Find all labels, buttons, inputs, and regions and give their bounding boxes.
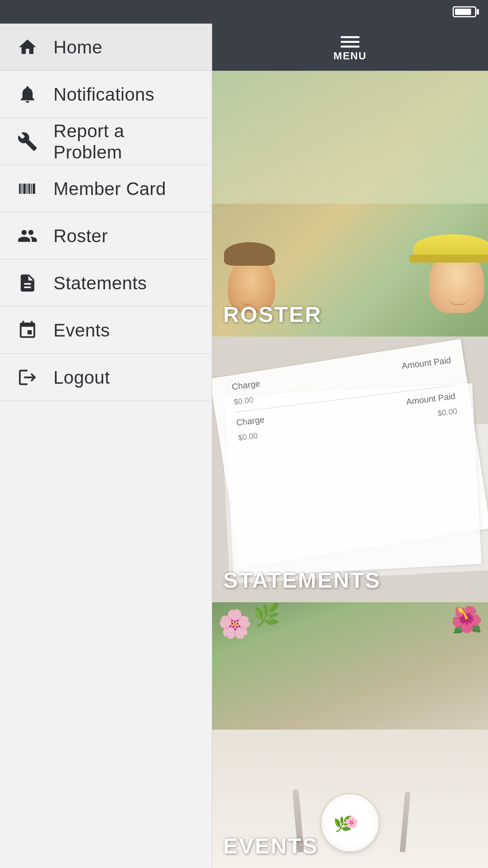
cards-container: ROSTER ChargeAmount Paid $0.00 ChargeAmo… bbox=[212, 71, 488, 868]
sidebar-item-member-card[interactable]: Member Card bbox=[0, 165, 212, 212]
hamburger-line-2 bbox=[341, 41, 360, 43]
roster-card-bg bbox=[212, 71, 488, 337]
roster-card[interactable]: ROSTER bbox=[212, 71, 488, 337]
statements-card-bg: ChargeAmount Paid $0.00 ChargeAmount Pai… bbox=[212, 337, 488, 602]
menu-button[interactable]: MENU bbox=[212, 24, 488, 71]
hamburger-icon bbox=[341, 36, 360, 48]
sidebar-item-roster-label: Roster bbox=[53, 225, 108, 246]
sidebar-item-notifications-label: Notifications bbox=[53, 84, 154, 105]
sidebar-item-logout-label: Logout bbox=[53, 367, 110, 388]
sidebar-item-home[interactable]: Home bbox=[0, 24, 212, 71]
sidebar-item-logout[interactable]: Logout bbox=[0, 354, 212, 401]
right-panel: MENU bbox=[212, 24, 488, 868]
statements-card[interactable]: ChargeAmount Paid $0.00 ChargeAmount Pai… bbox=[212, 337, 488, 602]
battery-icon bbox=[453, 6, 476, 17]
roster-card-label: ROSTER bbox=[223, 302, 322, 327]
hamburger-line-3 bbox=[341, 46, 360, 48]
home-icon bbox=[16, 35, 39, 59]
logout-icon bbox=[16, 366, 39, 389]
events-card-label: EVENTS bbox=[223, 833, 318, 859]
status-bar bbox=[0, 0, 488, 24]
events-card-bg: 🌸 🌿 🌺 🌿 🌸 bbox=[212, 602, 488, 868]
statements-card-label: STATEMENTS bbox=[223, 567, 381, 593]
person-icon bbox=[16, 224, 39, 248]
sidebar-item-notifications[interactable]: Notifications bbox=[0, 71, 212, 118]
sidebar-item-events-label: Events bbox=[53, 320, 110, 341]
sidebar-item-member-card-label: Member Card bbox=[53, 178, 166, 199]
bell-icon bbox=[16, 83, 39, 106]
sidebar-item-roster[interactable]: Roster bbox=[0, 212, 212, 259]
sidebar-item-statements-label: Statements bbox=[53, 272, 147, 294]
battery-fill bbox=[455, 9, 471, 15]
sidebar-item-report-label: Report a Problem bbox=[53, 120, 196, 163]
statements-icon bbox=[16, 271, 39, 295]
sidebar: Home Notifications Report a Problem bbox=[0, 24, 212, 868]
sidebar-item-home-label: Home bbox=[53, 37, 103, 58]
sidebar-item-report-problem[interactable]: Report a Problem bbox=[0, 118, 212, 165]
hamburger-line-1 bbox=[341, 36, 360, 38]
sidebar-item-statements[interactable]: Statements bbox=[0, 259, 212, 307]
events-card[interactable]: 🌸 🌿 🌺 🌿 🌸 EVENTS bbox=[212, 602, 488, 868]
calendar-icon bbox=[16, 318, 39, 342]
main-layout: Home Notifications Report a Problem bbox=[0, 24, 488, 868]
menu-label: MENU bbox=[334, 50, 367, 62]
barcode-icon bbox=[16, 177, 39, 200]
sidebar-item-events[interactable]: Events bbox=[0, 307, 212, 354]
wrench-icon bbox=[16, 130, 39, 153]
